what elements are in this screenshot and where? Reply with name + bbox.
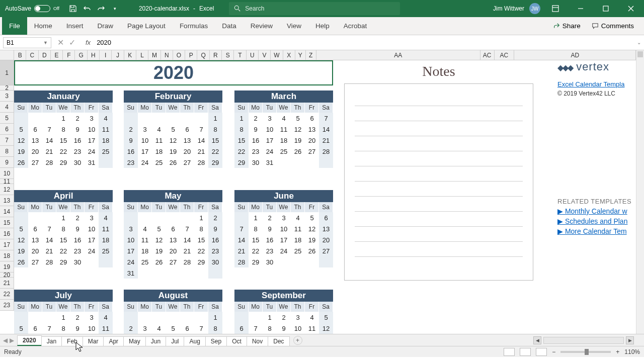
ribbon-tab-page-layout[interactable]: Page Layout [120, 17, 173, 35]
day-cell[interactable]: 5 [305, 212, 319, 223]
related-link-2[interactable]: ▶ Schedules and Plan [557, 217, 631, 225]
day-cell[interactable]: 24 [85, 245, 99, 256]
minimize-icon[interactable] [571, 0, 591, 17]
day-cell[interactable]: 7 [194, 124, 208, 135]
day-cell[interactable]: 4 [99, 212, 113, 223]
row-header-15[interactable]: 15 [0, 217, 14, 228]
day-cell[interactable]: 26 [152, 256, 166, 267]
day-cell[interactable]: 31 [85, 157, 99, 168]
day-cell[interactable] [234, 212, 249, 223]
day-cell[interactable]: 1 [56, 212, 70, 223]
day-cell[interactable]: 11 [99, 124, 113, 135]
zoom-in-icon[interactable]: + [616, 348, 619, 355]
ribbon-tab-file[interactable]: File [2, 17, 27, 35]
day-cell[interactable]: 3 [138, 323, 152, 334]
day-cell[interactable]: 22 [56, 245, 70, 256]
scroll-left-icon[interactable]: ◀ [533, 336, 541, 344]
day-cell[interactable] [14, 212, 28, 223]
day-cell[interactable]: 3 [291, 312, 305, 323]
row-header-13[interactable]: 13 [0, 195, 14, 206]
column-header-Q[interactable]: Q [197, 50, 209, 60]
sheet-tab-sep[interactable]: Sep [205, 336, 227, 346]
day-cell[interactable]: 29 [249, 256, 263, 267]
row-header-17[interactable]: 17 [0, 239, 14, 250]
day-cell[interactable]: 3 [138, 124, 152, 135]
day-cell[interactable]: 30 [70, 256, 85, 267]
day-cell[interactable]: 26 [14, 256, 28, 267]
day-cell[interactable]: 28 [194, 157, 208, 168]
day-cell[interactable] [194, 267, 208, 279]
year-title-cell[interactable]: 2020 [14, 60, 333, 85]
column-header-AA[interactable]: AA [316, 50, 480, 60]
day-cell[interactable]: 30 [263, 256, 277, 267]
day-cell[interactable]: 20 [28, 245, 42, 256]
day-cell[interactable]: 4 [138, 223, 152, 234]
day-cell[interactable]: 5 [166, 323, 180, 334]
day-cell[interactable]: 8 [234, 124, 249, 135]
normal-view-icon[interactable] [504, 348, 515, 356]
day-cell[interactable]: 17 [138, 146, 152, 157]
sheet-tab-jul[interactable]: Jul [166, 336, 184, 346]
day-cell[interactable]: 16 [70, 234, 85, 245]
day-cell[interactable] [152, 212, 166, 223]
day-cell[interactable] [180, 312, 194, 323]
day-cell[interactable] [166, 267, 180, 279]
day-cell[interactable]: 10 [85, 323, 99, 334]
zoom-slider[interactable] [560, 351, 611, 353]
column-header-J[interactable]: J [112, 50, 124, 60]
day-cell[interactable]: 12 [166, 135, 180, 146]
column-header-I[interactable]: I [100, 50, 112, 60]
column-header-L[interactable]: L [136, 50, 148, 60]
day-cell[interactable] [194, 113, 208, 124]
row-header-1[interactable]: 1 [0, 60, 14, 85]
day-cell[interactable]: 7 [234, 223, 249, 234]
day-cell[interactable] [166, 312, 180, 323]
ribbon-tab-formulas[interactable]: Formulas [173, 17, 215, 35]
column-header-R[interactable]: R [210, 50, 222, 60]
zoom-out-icon[interactable]: − [552, 348, 555, 355]
day-cell[interactable]: 20 [166, 245, 180, 256]
close-icon[interactable] [621, 0, 641, 17]
undo-icon[interactable] [83, 4, 92, 13]
day-cell[interactable]: 1 [194, 212, 208, 223]
ribbon-tab-acrobat[interactable]: Acrobat [337, 17, 374, 35]
day-cell[interactable]: 16 [263, 234, 277, 245]
sheet-tab-oct[interactable]: Oct [226, 336, 247, 346]
day-cell[interactable]: 27 [305, 146, 319, 157]
day-cell[interactable]: 6 [180, 124, 194, 135]
row-header-5[interactable]: 5 [0, 113, 14, 124]
day-cell[interactable]: 6 [305, 113, 319, 124]
day-cell[interactable] [99, 157, 113, 168]
column-header-AC[interactable]: AC [495, 50, 515, 60]
sheet-tab-apr[interactable]: Apr [103, 336, 124, 346]
day-cell[interactable]: 3 [85, 113, 99, 124]
day-cell[interactable]: 15 [56, 135, 70, 146]
day-cell[interactable] [291, 157, 305, 168]
day-cell[interactable]: 20 [28, 146, 42, 157]
day-cell[interactable]: 28 [234, 256, 249, 267]
day-cell[interactable]: 17 [263, 135, 277, 146]
day-cell[interactable]: 6 [28, 124, 42, 135]
related-link-1[interactable]: ▶ Monthly Calendar w [557, 207, 631, 215]
column-header-E[interactable]: E [51, 50, 63, 60]
day-cell[interactable]: 6 [234, 323, 249, 334]
day-cell[interactable]: 27 [166, 256, 180, 267]
row-header-11[interactable]: 11 [0, 179, 14, 184]
day-cell[interactable]: 8 [208, 124, 222, 135]
row-header-2[interactable]: 2 [0, 85, 14, 90]
day-cell[interactable] [138, 113, 152, 124]
day-cell[interactable]: 14 [42, 234, 56, 245]
day-cell[interactable]: 24 [124, 256, 138, 267]
day-cell[interactable]: 9 [263, 223, 277, 234]
add-sheet-button[interactable]: + [293, 336, 302, 345]
day-cell[interactable] [28, 312, 42, 323]
day-cell[interactable]: 8 [249, 223, 263, 234]
day-cell[interactable] [138, 312, 152, 323]
row-header-12[interactable]: 12 [0, 184, 14, 195]
day-cell[interactable]: 5 [291, 113, 305, 124]
day-cell[interactable] [291, 256, 305, 267]
day-cell[interactable]: 29 [208, 157, 222, 168]
column-header-U[interactable]: U [247, 50, 259, 60]
day-cell[interactable]: 9 [70, 124, 85, 135]
hscroll-track[interactable] [543, 337, 624, 344]
